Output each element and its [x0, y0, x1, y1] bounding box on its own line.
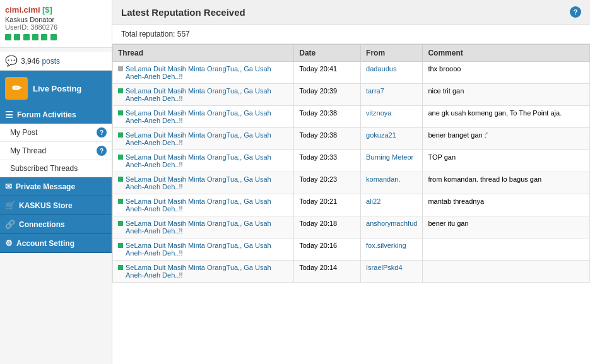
- table-row: SeLama Duit Masih Minta OrangTua,, Ga Us…: [113, 150, 590, 172]
- thread-cell: SeLama Duit Masih Minta OrangTua,, Ga Us…: [113, 216, 294, 238]
- sidebar-item-subscribed-threads[interactable]: Subscribed Threads: [0, 160, 112, 177]
- comment-cell: [423, 261, 590, 283]
- username: cimi.cimi [$]: [5, 5, 107, 15]
- star-2: [14, 34, 20, 40]
- from-link[interactable]: Burning Meteor: [366, 153, 413, 161]
- thread-link[interactable]: SeLama Duit Masih Minta OrangTua,, Ga Us…: [126, 242, 288, 257]
- thread-cell: SeLama Duit Masih Minta OrangTua,, Ga Us…: [113, 172, 294, 194]
- from-link[interactable]: tarra7: [366, 87, 384, 95]
- from-link[interactable]: fox.silverking: [366, 242, 406, 249]
- from-link[interactable]: vitznoya: [366, 109, 391, 117]
- kaskus-store-button[interactable]: 🛒 KASKUS Store: [0, 196, 112, 215]
- from-cell: anshorymachfud: [361, 216, 423, 238]
- connections-label: Connections: [19, 220, 65, 229]
- help-icon[interactable]: ?: [570, 6, 581, 18]
- private-message-icon: ✉: [5, 182, 12, 191]
- date-cell: Today 20:38: [294, 106, 361, 128]
- star-5: [41, 34, 47, 40]
- col-thread: Thread: [113, 45, 294, 62]
- table-row: SeLama Duit Masih Minta OrangTua,, Ga Us…: [113, 172, 590, 194]
- thread-link[interactable]: SeLama Duit Masih Minta OrangTua,, Ga Us…: [126, 197, 288, 213]
- from-cell: dadaudus: [361, 62, 423, 84]
- profile-box: cimi.cimi [$] Kaskus Donator UserID: 388…: [0, 0, 112, 48]
- forum-activities-label: Forum Activities: [17, 110, 76, 119]
- thread-link[interactable]: SeLama Duit Masih Minta OrangTua,, Ga Us…: [126, 131, 288, 146]
- date-cell: Today 20:21: [294, 194, 361, 216]
- from-link[interactable]: komandan.: [366, 175, 400, 183]
- thread-cell: SeLama Duit Masih Minta OrangTua,, Ga Us…: [113, 106, 294, 128]
- from-link[interactable]: gokuza21: [366, 131, 396, 139]
- thread-cell: SeLama Duit Masih Minta OrangTua,, Ga Us…: [113, 84, 294, 106]
- posts-text: 3,946 posts: [21, 57, 60, 66]
- from-link[interactable]: dadaudus: [366, 65, 396, 73]
- thread-link[interactable]: SeLama Duit Masih Minta OrangTua,, Ga Us…: [126, 175, 288, 191]
- account-setting-button[interactable]: ⚙ Account Setting: [0, 234, 112, 253]
- rep-dot-icon: [118, 265, 123, 270]
- posts-link[interactable]: posts: [42, 57, 60, 66]
- private-message-button[interactable]: ✉ Private Message: [0, 177, 112, 196]
- private-message-label: Private Message: [16, 182, 75, 191]
- rep-dot-icon: [118, 221, 123, 226]
- posts-row: 💬 3,946 posts: [0, 52, 112, 71]
- sidebar-item-my-post[interactable]: My Post ?: [0, 124, 112, 142]
- col-date: Date: [294, 45, 361, 62]
- sidebar-item-my-thread[interactable]: My Thread ?: [0, 142, 112, 160]
- comment-cell: thx broooo: [423, 62, 590, 84]
- thread-link[interactable]: SeLama Duit Masih Minta OrangTua,, Ga Us…: [126, 153, 288, 168]
- thread-cell: SeLama Duit Masih Minta OrangTua,, Ga Us…: [113, 62, 294, 84]
- table-row: SeLama Duit Masih Minta OrangTua,, Ga Us…: [113, 194, 590, 216]
- from-cell: ali22: [361, 194, 423, 216]
- table-row: SeLama Duit Masih Minta OrangTua,, Ga Us…: [113, 261, 590, 283]
- live-posting-button[interactable]: ✏ Live Posting: [0, 71, 112, 106]
- star-3: [23, 34, 30, 40]
- rep-dot-icon: [118, 243, 123, 248]
- userid-label: UserID: 3880276: [5, 23, 107, 31]
- live-posting-label: Live Posting: [33, 84, 81, 93]
- from-cell: komandan.: [361, 172, 423, 194]
- forum-activities-header: ☰ Forum Activities: [0, 106, 112, 124]
- from-link[interactable]: ali22: [366, 197, 381, 205]
- date-cell: Today 20:16: [294, 238, 361, 261]
- reputation-table: Thread Date From Comment SeLama Duit Mas…: [112, 44, 590, 283]
- comment-cell: TOP gan: [423, 150, 590, 172]
- connections-icon: 🔗: [5, 220, 15, 229]
- thread-cell: SeLama Duit Masih Minta OrangTua,, Ga Us…: [113, 261, 294, 283]
- date-cell: Today 20:14: [294, 261, 361, 283]
- connections-button[interactable]: 🔗 Connections: [0, 215, 112, 234]
- from-cell: tarra7: [361, 84, 423, 106]
- total-rep-label: Total reputation:: [121, 30, 175, 38]
- comment-cell: nice trit gan: [423, 84, 590, 106]
- thread-link[interactable]: SeLama Duit Masih Minta OrangTua,, Ga Us…: [126, 264, 288, 279]
- date-cell: Today 20:23: [294, 172, 361, 194]
- from-link[interactable]: anshorymachfud: [366, 220, 417, 227]
- my-thread-label: My Thread: [10, 146, 46, 155]
- account-setting-icon: ⚙: [5, 238, 13, 248]
- from-link[interactable]: IsraelPskd4: [366, 264, 402, 271]
- main-content: Latest Reputation Received ? Total reput…: [112, 0, 590, 364]
- comment-cell: [423, 238, 590, 261]
- from-cell: Burning Meteor: [361, 150, 423, 172]
- total-rep-value: 557: [177, 30, 190, 38]
- thread-link[interactable]: SeLama Duit Masih Minta OrangTua,, Ga Us…: [126, 220, 288, 235]
- rep-dot-icon: [118, 177, 123, 182]
- date-cell: Today 20:39: [294, 84, 361, 106]
- thread-cell: SeLama Duit Masih Minta OrangTua,, Ga Us…: [113, 150, 294, 172]
- star-1: [5, 34, 11, 40]
- rep-dot-icon: [118, 132, 123, 138]
- from-cell: IsraelPskd4: [361, 261, 423, 283]
- thread-link[interactable]: SeLama Duit Masih Minta OrangTua,, Ga Us…: [126, 109, 288, 124]
- star-6: [50, 34, 57, 40]
- thread-cell: SeLama Duit Masih Minta OrangTua,, Ga Us…: [113, 194, 294, 216]
- my-post-badge: ?: [97, 127, 107, 138]
- kaskus-store-label: KASKUS Store: [19, 201, 73, 210]
- from-cell: vitznoya: [361, 106, 423, 128]
- live-posting-icon: ✏: [5, 77, 28, 100]
- thread-cell: SeLama Duit Masih Minta OrangTua,, Ga Us…: [113, 128, 294, 150]
- comment-cell: mantab threadnya: [423, 194, 590, 216]
- thread-link[interactable]: SeLama Duit Masih Minta OrangTua,, Ga Us…: [126, 65, 288, 80]
- thread-link[interactable]: SeLama Duit Masih Minta OrangTua,, Ga Us…: [126, 87, 288, 102]
- comment-cell: bener itu gan: [423, 216, 590, 238]
- rep-dot-icon: [118, 66, 123, 71]
- table-row: SeLama Duit Masih Minta OrangTua,, Ga Us…: [113, 84, 590, 106]
- subscribed-threads-label: Subscribed Threads: [10, 164, 78, 173]
